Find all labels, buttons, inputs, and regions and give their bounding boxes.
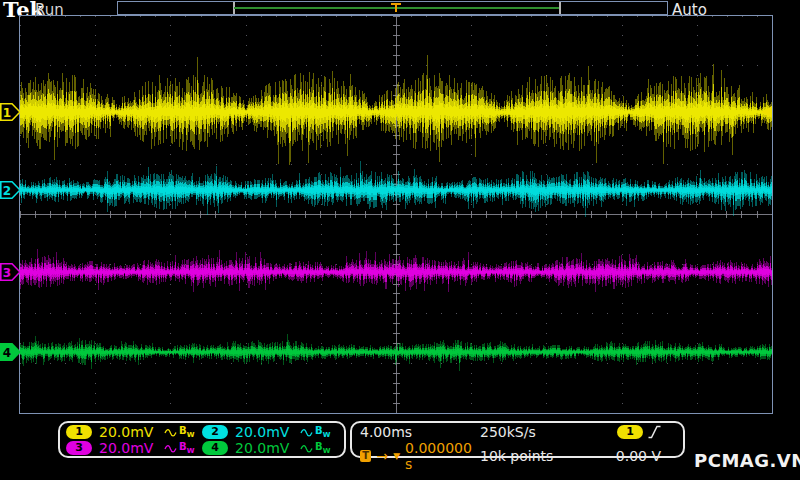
svg-text:1: 1	[3, 106, 11, 120]
record-view-bar	[117, 1, 668, 15]
window-bracket-right	[559, 2, 561, 14]
svg-text:3: 3	[3, 266, 11, 280]
trigger-source-slope: 1	[596, 424, 675, 440]
ch3-readout: 3 20.0mV BW	[66, 440, 202, 456]
graticule	[19, 15, 773, 414]
ac-coupling-icon	[300, 444, 313, 453]
ch1-badge: 1	[66, 425, 92, 439]
ch3-scale: 20.0mV	[99, 440, 157, 456]
ch4-scale: 20.0mV	[235, 440, 293, 456]
trigger-source-badge: 1	[617, 425, 643, 439]
trigger-level-arrow	[761, 106, 772, 118]
horizontal-trigger-readout-box: 4.00ms 250kS/s 1 T→▼0.000000 s 10k point…	[350, 421, 685, 458]
svg-text:4: 4	[3, 346, 11, 360]
svg-text:2: 2	[3, 184, 11, 198]
watermark: PCMAG.VN	[694, 450, 800, 471]
bandwidth-limit-icon: BW	[179, 425, 194, 439]
oscilloscope-screen: Tek Run Auto T 1 2 3 4	[0, 0, 800, 480]
sample-rate: 250kS/s	[480, 424, 596, 440]
ch1-readout: 1 20.0mV BW	[66, 424, 202, 440]
channel-readout-box: 1 20.0mV BW 2 20.0mV BW 3 20.0mV BW 4	[58, 421, 346, 458]
ch4-position-marker: 4	[0, 343, 21, 361]
ch1-position-marker: 1	[0, 103, 21, 121]
bandwidth-limit-icon: BW	[315, 425, 330, 439]
ch3-badge: 3	[66, 441, 92, 455]
ch1-scale: 20.0mV	[99, 424, 157, 440]
delay-marker-icon: ▼	[393, 451, 400, 461]
record-trigger-marker-icon	[390, 3, 402, 14]
record-trigger-marker-stem	[395, 5, 397, 12]
bandwidth-limit-icon: BW	[179, 441, 194, 455]
ac-coupling-icon	[164, 428, 177, 437]
bandwidth-limit-icon: BW	[315, 441, 330, 455]
ch2-badge: 2	[202, 425, 228, 439]
ac-coupling-icon	[164, 444, 177, 453]
ch2-scale: 20.0mV	[235, 424, 293, 440]
time-per-div: 4.00ms	[360, 424, 480, 440]
record-length: 10k points	[480, 440, 596, 472]
ch2-readout: 2 20.0mV BW	[202, 424, 338, 440]
trigger-t-icon: T	[360, 450, 371, 462]
ch3-position-marker: 3	[0, 263, 21, 281]
ch2-position-marker: 2	[0, 181, 21, 199]
waveform-display	[20, 16, 772, 413]
trigger-position-readout: T→▼0.000000 s	[360, 440, 480, 472]
trigger-position-value: 0.000000 s	[405, 440, 480, 472]
rising-slope-icon	[648, 425, 661, 439]
trigger-level: 0.00 V	[596, 440, 675, 472]
ac-coupling-icon	[300, 428, 313, 437]
ch4-badge: 4	[202, 441, 228, 455]
ch4-readout: 4 20.0mV BW	[202, 440, 338, 456]
